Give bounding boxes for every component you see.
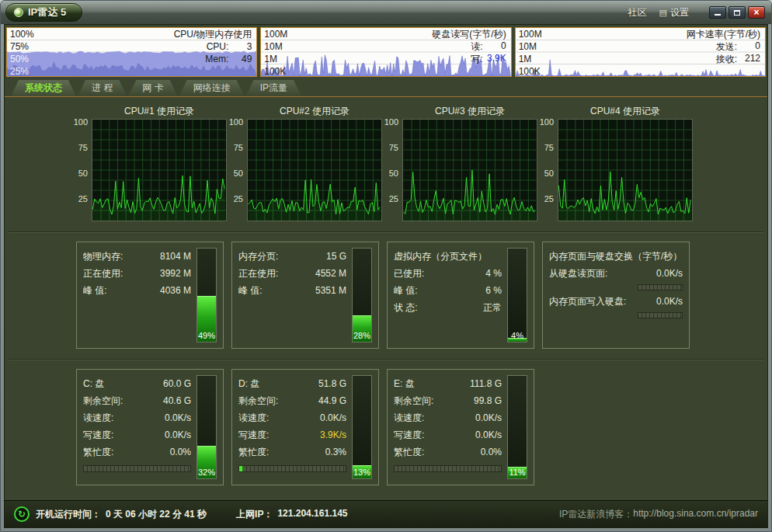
cpu4-usage-plot — [558, 119, 693, 221]
stat-label: 繁忙度: — [83, 443, 113, 461]
monitor-panel-cpu-memory: 100% CPU/物理内存使用 75% CPU:3 50% Mem:49 25% — [6, 27, 257, 77]
stat-label: 从硬盘读页面: — [549, 265, 607, 282]
stat-label: 繁忙度: — [394, 443, 424, 461]
stat-value: 0.0K/s — [656, 293, 683, 310]
blog-label: IP雷达新浪博客： — [559, 508, 633, 521]
stat-value: 0.0% — [170, 443, 191, 461]
stat-label: 状 态: — [394, 299, 418, 316]
memory-paging-gauge: 28% — [352, 248, 372, 342]
uptime-stat: 开机运行时间：0 天 06 小时 22 分 41 秒 — [36, 508, 207, 521]
cpu-memory-history-chart — [7, 28, 256, 76]
maximize-button[interactable] — [729, 6, 746, 19]
settings-button[interactable]: ▤ 设置 — [659, 6, 689, 19]
blog-url-link[interactable]: http://blog.sina.com.cn/ipradar — [633, 508, 758, 521]
disk-busy-bar — [238, 465, 346, 472]
physical-memory-panel: 物理内存:8104 M 正在使用:3992 M 峰 值:4036 M 49% — [76, 242, 224, 349]
minimize-icon — [715, 14, 721, 16]
physical-memory-gauge: 49% — [196, 248, 217, 342]
stat-label: 写速度: — [238, 426, 269, 443]
cpu3-usage-plot — [402, 119, 537, 221]
drive-size: 60.0 G — [163, 375, 191, 392]
panel-title: 虚拟内存（分页文件） — [394, 248, 487, 265]
stat-label: 读速度: — [238, 409, 269, 426]
disk-busy-bar — [394, 465, 502, 472]
stat-value: 0.3% — [325, 443, 346, 461]
panel-title: 内存页面与硬盘交换（字节/秒） — [549, 248, 682, 265]
cpu4-chart-block: CPU#4 使用记录 100755025 — [537, 103, 693, 221]
disk-io-history-chart — [261, 28, 510, 76]
drive-name: E: 盘 — [394, 375, 415, 392]
stat-label: 读速度: — [83, 409, 113, 426]
stat-value: 0.0K/s — [475, 409, 502, 426]
drive-size: 111.8 G — [470, 375, 502, 392]
title-bar[interactable]: IP雷达 5 社区 ▤ 设置 × — [1, 1, 771, 24]
cpu2-usage-plot — [247, 119, 382, 221]
stat-label: 写速度: — [394, 426, 424, 443]
disk-panel-e: E: 盘111.8 G 剩余空间:99.8 G 读速度:0.0K/s 写速度:0… — [387, 369, 534, 485]
virtual-memory-gauge: 4% — [507, 248, 527, 342]
stat-value: 15 G — [326, 248, 346, 265]
tab-ip-traffic[interactable]: IP流量 — [246, 80, 301, 96]
maximize-icon — [734, 10, 740, 16]
close-icon: × — [753, 8, 759, 17]
cpu-chart-yaxis: 100755025 — [382, 119, 402, 221]
uptime-clock-icon: ↻ — [14, 506, 30, 522]
stat-value: 44.9 G — [318, 392, 346, 409]
stat-label: 剩余空间: — [238, 392, 278, 409]
cpu-chart-yaxis: 100755025 — [227, 119, 247, 221]
stat-value: 99.8 G — [474, 392, 502, 409]
stat-label: 内存分页: — [238, 248, 278, 265]
app-title: IP雷达 5 — [28, 5, 66, 19]
virtual-memory-panel: 虚拟内存（分页文件） 已使用:4 % 峰 值:6 % 状 态:正常 4% — [387, 242, 534, 349]
disk-d-usage-gauge: 13% — [352, 375, 372, 479]
stat-label: 峰 值: — [83, 282, 107, 299]
stat-value: 4 % — [485, 265, 502, 282]
stat-value: 正常 — [483, 299, 502, 316]
stat-value: 6 % — [485, 282, 502, 299]
disk-e-usage-gauge: 11% — [507, 375, 527, 479]
stat-value: 3.9K/s — [320, 426, 346, 443]
tab-system-status[interactable]: 系统状态 — [11, 80, 76, 96]
stat-value: 4552 M — [315, 265, 346, 282]
tab-connections[interactable]: 网络连接 — [179, 80, 245, 96]
stat-value: 8104 M — [160, 248, 191, 265]
community-link[interactable]: 社区 — [628, 6, 647, 19]
top-monitor-strip: 100% CPU/物理内存使用 75% CPU:3 50% Mem:49 25% — [5, 25, 767, 79]
page-swap-panel: 内存页面与硬盘交换（字节/秒） 从硬盘读页面:0.0K/s 内存页面写入硬盘:0… — [542, 242, 690, 349]
memory-paging-panel: 内存分页:15 G 正在使用:4552 M 峰 值:5351 M 28% — [231, 242, 379, 349]
stat-label: 物理内存: — [83, 248, 123, 265]
stat-value: 3992 M — [160, 265, 191, 282]
cpu1-chart-block: CPU#1 使用记录 100755025 — [71, 103, 227, 221]
stat-label: 剩余空间: — [394, 392, 433, 409]
stat-label: 已使用: — [394, 265, 424, 282]
monitor-panel-disk-io: 100M 硬盘读写(字节/秒) 10M 读:0 1M 写:3.9K 100K — [260, 27, 511, 77]
cpu2-chart-block: CPU#2 使用记录 100755025 — [227, 103, 382, 221]
stat-label: 峰 值: — [394, 282, 418, 299]
cpu1-usage-plot — [92, 119, 227, 221]
stat-value: 4036 M — [160, 282, 191, 299]
disk-busy-bar — [83, 465, 191, 472]
drive-name: D: 盘 — [238, 375, 259, 392]
stat-value: 0.0K/s — [165, 426, 191, 443]
close-button[interactable]: × — [748, 6, 765, 19]
settings-icon: ▤ — [659, 8, 667, 18]
tab-network-card[interactable]: 网 卡 — [128, 80, 177, 96]
tab-processes[interactable]: 进 程 — [78, 80, 127, 96]
disk-c-usage-gauge: 32% — [196, 375, 217, 479]
app-logo: IP雷达 5 — [5, 3, 82, 22]
cpu-chart-title: CPU#4 使用记录 — [558, 103, 693, 119]
stat-label: 正在使用: — [238, 265, 278, 282]
cpu-chart-yaxis: 100755025 — [71, 119, 92, 221]
cpu3-chart-block: CPU#3 使用记录 100755025 — [382, 103, 537, 221]
cpu-chart-title: CPU#2 使用记录 — [247, 103, 382, 119]
minimize-button[interactable] — [709, 6, 726, 19]
read-pages-bar — [638, 284, 683, 290]
stat-label: 繁忙度: — [238, 443, 269, 461]
monitor-panel-network: 100M 网卡速率(字节/秒) 10M 发送:0 1M 接收:212 100K — [515, 27, 766, 77]
tab-bar: 系统状态 进 程 网 卡 网络连接 IP流量 — [5, 79, 767, 97]
stat-value: 0.0K/s — [165, 409, 191, 426]
cpu-chart-yaxis: 100755025 — [537, 119, 558, 221]
stat-value: 0.0K/s — [656, 265, 683, 282]
drive-name: C: 盘 — [83, 375, 104, 392]
stat-value: 0.0K/s — [320, 409, 346, 426]
